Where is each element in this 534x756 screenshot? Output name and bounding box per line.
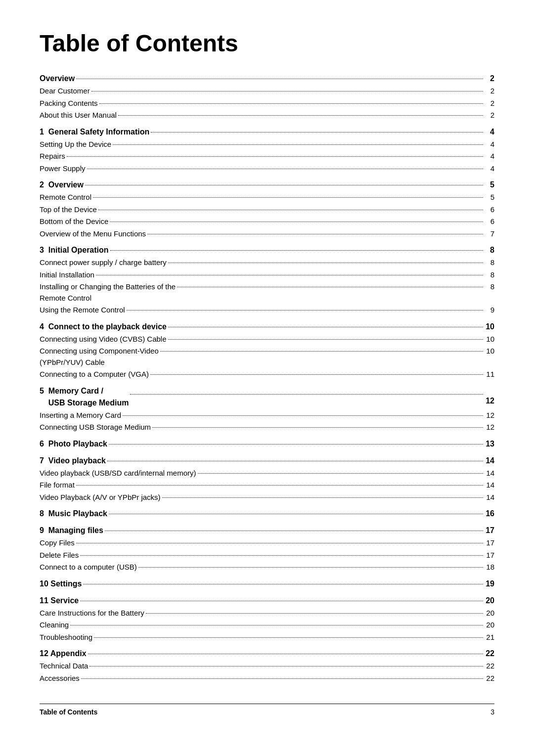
toc-dots-overview bbox=[76, 79, 483, 79]
toc-label-video: 7 Video playback bbox=[40, 455, 106, 467]
toc-dots-connect-computer bbox=[138, 567, 483, 568]
toc-label-menu-functions: Overview of the Menu Functions bbox=[40, 228, 146, 240]
toc-label-file-format: File format bbox=[40, 480, 75, 491]
toc-sub-video-usb: Video playback (USB/SD card/internal mem… bbox=[40, 468, 494, 479]
toc-sub-initial-install: Initial Installation 8 bbox=[40, 269, 494, 281]
toc-page-delete-files: 17 bbox=[485, 550, 494, 561]
toc-sub-cvbs: Connecting using Video (CVBS) Cable 10 bbox=[40, 334, 494, 345]
toc-page-video-av: 14 bbox=[485, 492, 494, 503]
toc-label-delete-files: Delete Files bbox=[40, 550, 79, 561]
toc-main-safety: 1 General Safety Information 4 bbox=[40, 126, 494, 138]
toc-sub-cleaning: Cleaning 20 bbox=[40, 620, 494, 631]
toc-sub-installing-batteries: Installing or Changing the Batteries of … bbox=[40, 281, 494, 304]
toc-label-copy-files: Copy Files bbox=[40, 537, 75, 549]
toc-label-managing: 9 Managing files bbox=[40, 525, 103, 536]
toc-page-appendix: 22 bbox=[485, 648, 494, 660]
toc-page-connect-playback: 10 bbox=[485, 321, 494, 333]
toc-page-memory: 12 bbox=[485, 395, 494, 407]
toc-dots-care-battery bbox=[146, 613, 483, 614]
toc-label-video-av: Video Playback (A/V or YPbPr jacks) bbox=[40, 492, 161, 503]
toc-sub-top-device: Top of the Device 6 bbox=[40, 204, 494, 216]
toc-label-cleaning: Cleaning bbox=[40, 620, 69, 631]
toc-dots-bottom-device bbox=[110, 222, 483, 222]
toc-dots-troubleshooting bbox=[94, 637, 483, 638]
toc-dots-accessories bbox=[81, 678, 483, 679]
toc-page-safety: 4 bbox=[485, 126, 494, 138]
toc-page-top-device: 6 bbox=[485, 204, 494, 216]
toc-sub-setting-up: Setting Up the Device 4 bbox=[40, 139, 494, 150]
toc-page-music: 16 bbox=[485, 508, 494, 520]
toc-dots-connecting-usb bbox=[152, 427, 483, 428]
page-title: Table of Contents bbox=[40, 30, 494, 57]
toc-page-dear-customer: 2 bbox=[485, 86, 494, 97]
toc-page-accessories: 22 bbox=[485, 673, 494, 684]
toc-sub-using-remote: Using the Remote Control 9 bbox=[40, 305, 494, 316]
toc-page-vga: 11 bbox=[485, 369, 494, 380]
toc-page-video: 14 bbox=[485, 455, 494, 467]
toc-page-menu-functions: 7 bbox=[485, 228, 494, 240]
toc-dots-remote-control bbox=[93, 197, 483, 198]
toc-page-file-format: 14 bbox=[485, 480, 494, 491]
toc-dots-component-video bbox=[160, 351, 483, 352]
toc-label-video-usb: Video playback (USB/SD card/internal mem… bbox=[40, 468, 196, 479]
toc-label-photo: 6 Photo Playback bbox=[40, 438, 107, 450]
toc-dots-installing-batteries bbox=[177, 287, 483, 287]
toc-page-user-manual: 2 bbox=[485, 110, 494, 121]
toc-dots-copy-files bbox=[76, 543, 483, 543]
toc-page-technical-data: 22 bbox=[485, 661, 494, 672]
toc-label-troubleshooting: Troubleshooting bbox=[40, 632, 92, 643]
toc-sub-file-format: File format 14 bbox=[40, 480, 494, 491]
toc-dots-video-usb bbox=[198, 473, 483, 474]
toc-dots-using-remote bbox=[127, 310, 483, 311]
toc-sub-menu-functions: Overview of the Menu Functions 7 bbox=[40, 228, 494, 240]
toc-label-dear-customer: Dear Customer bbox=[40, 86, 90, 97]
toc-sub-connecting-usb: Connecting USB Storage Medium 12 bbox=[40, 422, 494, 433]
toc-label-memory: 5 Memory Card / USB Storage Medium bbox=[40, 385, 129, 409]
page-footer: Table of Contents 3 bbox=[40, 704, 494, 716]
toc-label-cvbs: Connecting using Video (CVBS) Cable bbox=[40, 334, 167, 345]
toc-sub-technical-data: Technical Data 22 bbox=[40, 661, 494, 672]
toc-main-initial: 3 Initial Operation 8 bbox=[40, 244, 494, 256]
toc-label-connect-power: Connect power supply / charge battery bbox=[40, 257, 167, 268]
toc-dots-user-manual bbox=[118, 115, 483, 116]
toc-dots-inserting-memory bbox=[123, 415, 483, 416]
toc-label-overview: Overview bbox=[40, 73, 75, 85]
toc-label-connect-playback: 4 Connect to the playback device bbox=[40, 321, 167, 333]
toc-sub-user-manual: About this User Manual 2 bbox=[40, 110, 494, 121]
toc-main-overview: Overview 2 bbox=[40, 73, 494, 85]
toc-dots-managing bbox=[105, 531, 483, 531]
toc-page-connecting-usb: 12 bbox=[485, 422, 494, 433]
toc-label-repairs: Repairs bbox=[40, 151, 65, 162]
toc-main-music: 8 Music Playback 16 bbox=[40, 508, 494, 520]
toc-dots-safety bbox=[151, 132, 483, 133]
toc-label-remote-control: Remote Control bbox=[40, 192, 91, 203]
toc-label-appendix: 12 Appendix bbox=[40, 648, 87, 660]
toc-label-setting-up: Setting Up the Device bbox=[40, 139, 111, 150]
toc-section-overview: Overview 2 Dear Customer 2 Packing Conte… bbox=[40, 73, 494, 121]
toc-label-care-battery: Care Instructions for the Battery bbox=[40, 608, 144, 619]
toc-page-component-video: 10 bbox=[485, 346, 494, 357]
toc-sub-accessories: Accessories 22 bbox=[40, 673, 494, 684]
toc-dots-file-format bbox=[76, 485, 483, 486]
toc-page-connect-power: 8 bbox=[485, 257, 494, 268]
toc-dots-settings bbox=[83, 584, 483, 584]
toc-page-copy-files: 17 bbox=[485, 537, 494, 549]
toc-label-top-device: Top of the Device bbox=[40, 204, 97, 216]
toc-section-video: 7 Video playback 14 Video playback (USB/… bbox=[40, 455, 494, 503]
toc-sub-remote-control: Remote Control 5 bbox=[40, 192, 494, 203]
toc-page-connect-computer: 18 bbox=[485, 562, 494, 573]
toc-sub-component-video: Connecting using Component-Video(YPbPr/Y… bbox=[40, 346, 494, 368]
toc-label-service: 11 Service bbox=[40, 595, 79, 607]
toc-main-connect-playback: 4 Connect to the playback device 10 bbox=[40, 321, 494, 333]
toc-section-appendix: 12 Appendix 22 Technical Data 22 Accesso… bbox=[40, 648, 494, 684]
toc-main-overview2: 2 Overview 5 bbox=[40, 179, 494, 191]
footer-page-number: 3 bbox=[490, 708, 494, 716]
toc-page-bottom-device: 6 bbox=[485, 216, 494, 227]
toc-label-initial-install: Initial Installation bbox=[40, 269, 94, 281]
toc-dots-music bbox=[109, 514, 483, 514]
toc-page-cleaning: 20 bbox=[485, 620, 494, 631]
toc-dots-menu-functions bbox=[147, 234, 483, 234]
toc-sub-vga: Connecting to a Computer (VGA) 11 bbox=[40, 369, 494, 380]
toc-label-using-remote: Using the Remote Control bbox=[40, 305, 125, 316]
toc-dots-video-av bbox=[162, 497, 483, 498]
